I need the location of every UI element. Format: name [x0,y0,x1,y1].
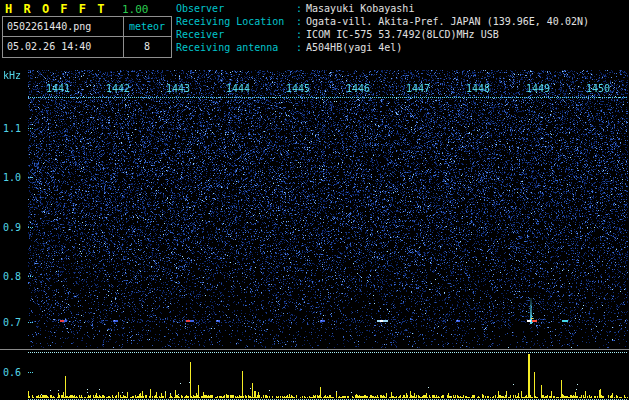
freq-tick-0-6: 0.6 [3,367,21,378]
signal-strength-canvas [28,352,628,400]
time-tick-1446: 1446 [328,83,388,94]
freq-tick-0-7: 0.7 [3,317,21,328]
spectrogram-canvas [28,70,628,348]
observer-label: Observer [176,3,296,15]
capture-timestamp: 05.02.26 14:40 [7,37,91,56]
app-title: H R O F F T [5,2,106,16]
mode-label: meteor [124,17,170,36]
receiving-location-value: Ogata-vill. Akita-Pref. JAPAN (139.96E, … [306,16,589,27]
receiver-row: Receiver:ICOM IC-575 53.7492(8LCD)MHz US… [176,29,499,41]
receiving-antenna-label: Receiving antenna [176,42,296,54]
freq-tick-0-9: 0.9 [3,222,21,233]
time-tick-1441: 1441 [28,83,88,94]
receiving-antenna-row: Receiving antenna:A504HB(yagi 4el) [176,42,402,54]
time-tick-1444: 1444 [208,83,268,94]
time-tick-1450: 1450 [568,83,628,94]
freq-axis-unit: kHz [3,70,21,81]
hrofft-window: H R O F F T 1.00 0502261440.png meteor 0… [0,0,629,400]
freq-tick-0-8: 0.8 [3,271,21,282]
colon: : [296,3,302,14]
time-tick-1445: 1445 [268,83,328,94]
time-tick-1443: 1443 [148,83,208,94]
observer-row: Observer:Masayuki Kobayashi [176,3,414,15]
colon: : [296,42,302,53]
receiving-location-label: Receiving Location [176,16,296,28]
freq-tick-1-0: 1.0 [3,172,21,183]
observer-value: Masayuki Kobayashi [306,3,414,14]
receiver-value: ICOM IC-575 53.7492(8LCD)MHz USB [306,29,499,40]
colon: : [296,29,302,40]
receiver-label: Receiver [176,29,296,41]
app-version: 1.00 [122,3,149,16]
receiving-location-row: Receiving Location:Ogata-vill. Akita-Pre… [176,16,589,28]
time-tick-1442: 1442 [88,83,148,94]
separator-line [0,349,629,350]
capture-info-box: 0502261440.png meteor 05.02.26 14:40 8 [2,16,172,58]
capture-filename: 0502261440.png [7,17,91,36]
time-tick-1449: 1449 [508,83,568,94]
time-tick-1448: 1448 [448,83,508,94]
time-tick-1447: 1447 [388,83,448,94]
freq-tick-1-1: 1.1 [3,123,21,134]
colon: : [296,16,302,27]
receiving-antenna-value: A504HB(yagi 4el) [306,42,402,53]
meteor-count: 8 [124,37,170,56]
